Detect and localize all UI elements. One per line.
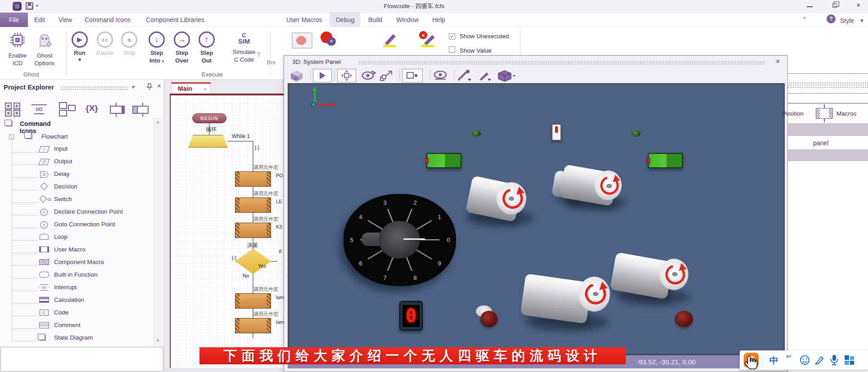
- tree-item-state-diagram[interactable]: State Diagram: [54, 334, 93, 341]
- tab-close-icon[interactable]: ×: [203, 86, 207, 93]
- menu-view[interactable]: View: [56, 15, 75, 24]
- tree-expand-box[interactable]: -: [9, 134, 14, 139]
- enable-icd-button[interactable]: EnableICD: [5, 31, 31, 67]
- 3d-orbit-tool-icon[interactable]: [361, 70, 376, 81]
- slide-switch[interactable]: [552, 124, 561, 141]
- tree-item-input[interactable]: Input: [54, 145, 68, 152]
- quick-access-caret-icon[interactable]: ▾: [36, 3, 38, 8]
- flowchart-canvas[interactable]: BEGIN 循环 While 1 [-] 调用元件宏 PO 调用元件宏 LE 调…: [171, 95, 297, 372]
- tree-item-output[interactable]: Output: [54, 158, 72, 165]
- flow-component-macro-1[interactable]: [235, 171, 271, 187]
- flow-component-macro-3[interactable]: [235, 223, 271, 238]
- macros-header[interactable]: Macros: [836, 110, 856, 117]
- scroll-up-icon[interactable]: ▲: [156, 120, 160, 124]
- toggle-breakpoint-button[interactable]: [292, 32, 312, 49]
- menu-file[interactable]: File: [0, 13, 28, 27]
- flow-loop-block[interactable]: [188, 135, 228, 148]
- 3d-visibility-icon[interactable]: [433, 70, 448, 81]
- red-wheel-left[interactable]: [480, 311, 497, 327]
- help-icon[interactable]: ?: [827, 14, 836, 23]
- green-led-left[interactable]: [472, 130, 481, 137]
- battery-right[interactable]: [648, 153, 683, 168]
- emoji-icon[interactable]: [800, 355, 810, 365]
- right-panel-row[interactable]: [788, 149, 868, 161]
- menu-user-macros[interactable]: User Macros: [284, 15, 325, 24]
- tree-item-code[interactable]: Code: [54, 309, 68, 316]
- style-button[interactable]: Style: [840, 17, 854, 24]
- slide-switch-knob[interactable]: [555, 126, 558, 133]
- flow-component-macro-5[interactable]: [235, 318, 271, 333]
- step-over-button[interactable]: → StepOver: [172, 31, 192, 64]
- ime-language-toggle[interactable]: 中: [769, 354, 778, 367]
- menu-build[interactable]: Build: [366, 15, 385, 24]
- tree-item-user-macro[interactable]: User Macro: [54, 246, 86, 253]
- panel-grip[interactable]: [61, 86, 127, 90]
- reset-code-button[interactable]: ×: [418, 31, 438, 50]
- tree-item-declare-connection-point[interactable]: Declare Connection Point: [54, 208, 123, 215]
- step-out-button[interactable]: ↑ StepOut: [196, 31, 217, 64]
- show-value-checkbox[interactable]: Show Value: [449, 46, 492, 54]
- connector-icon[interactable]: [106, 101, 126, 117]
- red-wheel-right[interactable]: [675, 311, 693, 327]
- step-into-button[interactable]: ↓ StepInto ▾: [146, 31, 167, 65]
- right-panel-row[interactable]: [788, 123, 868, 136]
- 3d-paint-tool-icon[interactable]: [477, 70, 492, 81]
- ime-keyboard-grid-icon[interactable]: [844, 355, 855, 366]
- tree-item-delay[interactable]: Delay: [54, 170, 70, 177]
- 3d-panel-close-icon[interactable]: ×: [776, 58, 780, 66]
- menu-command-icons[interactable]: Command Icons: [82, 15, 133, 24]
- menu-edit[interactable]: Edit: [32, 15, 48, 24]
- explorer-scrollbar[interactable]: ▲ ▼: [154, 118, 163, 347]
- tab-main[interactable]: Main ×: [171, 82, 211, 94]
- tree-item-component-macro[interactable]: Component Macro: [54, 259, 104, 265]
- connector-hatched-icon[interactable]: [131, 101, 150, 117]
- flow-component-macro-4[interactable]: [235, 293, 271, 309]
- windows-icon[interactable]: [58, 101, 77, 117]
- handwriting-pen-icon[interactable]: [814, 355, 825, 365]
- dial-knob[interactable]: [379, 221, 420, 259]
- menu-debug[interactable]: Debug: [333, 15, 357, 24]
- 3d-cube-icon[interactable]: 3D: [290, 70, 303, 82]
- close-button[interactable]: ×: [856, 1, 860, 9]
- simulate-c-code-button[interactable]: CSIM SimulateC Code: [230, 32, 258, 63]
- menu-help[interactable]: Help: [429, 15, 448, 24]
- show-code-button[interactable]: [380, 31, 398, 50]
- tree-item-loop[interactable]: Loop: [54, 233, 68, 240]
- pin-icon[interactable]: [146, 83, 153, 90]
- braces-x-icon[interactable]: {X}: [82, 101, 102, 117]
- tree-item-comment[interactable]: Comment: [54, 322, 81, 328]
- flow-collapse-marker[interactable]: [-]: [255, 145, 259, 150]
- ribbon-collapse-icon[interactable]: ^: [803, 15, 806, 22]
- 3d-zoom-extents-icon[interactable]: [380, 70, 394, 81]
- menu-window[interactable]: Window: [393, 15, 421, 24]
- 3d-box-tool-icon[interactable]: [497, 70, 515, 82]
- flow-begin-block[interactable]: BEGIN: [192, 113, 226, 123]
- ghost-options-button[interactable]: GhostOptions: [31, 31, 59, 67]
- tree-item-interrupt[interactable]: Interrupt: [54, 284, 77, 291]
- tree-item-calculation[interactable]: Calculation: [54, 296, 84, 303]
- run-button[interactable]: ▶ Run ▾: [70, 31, 90, 63]
- grid-add-icon[interactable]: [4, 101, 23, 117]
- style-caret-icon[interactable]: ▾: [860, 17, 863, 24]
- 3d-play-button[interactable]: [313, 69, 332, 82]
- battery-left[interactable]: [426, 153, 461, 168]
- flow-collapse-marker[interactable]: [-]: [232, 255, 236, 260]
- 3d-viewport[interactable]: 0 1 2 3 4 5 6 7 8 9 0: [288, 83, 785, 355]
- save-icon[interactable]: [26, 2, 33, 10]
- voice-mic-icon[interactable]: [829, 354, 839, 366]
- restore-button[interactable]: [832, 3, 837, 8]
- panel-dropdown-icon[interactable]: ▼: [131, 85, 136, 90]
- ime-punctuation-toggle[interactable]: °’: [786, 354, 791, 363]
- tree-item-decision[interactable]: Decision: [54, 183, 77, 190]
- green-led-right[interactable]: [632, 130, 641, 137]
- rotary-switch[interactable]: 0 1 2 3 4 5 6 7 8 9: [344, 194, 456, 286]
- position-header[interactable]: Position: [782, 110, 804, 117]
- show-unexecuted-checkbox[interactable]: ✓ Show Unexecuted: [449, 33, 509, 40]
- 3d-panel-grip[interactable]: [358, 61, 766, 64]
- 3d-pan-tool-button[interactable]: [337, 69, 356, 82]
- scroll-down-icon[interactable]: ▼: [156, 338, 160, 343]
- flow-component-macro-2[interactable]: [235, 197, 271, 213]
- right-panel-grip[interactable]: [788, 82, 868, 88]
- seven-segment-display[interactable]: 0: [399, 301, 423, 331]
- tree-item-goto-connection-point[interactable]: Goto Connection Point: [54, 221, 115, 228]
